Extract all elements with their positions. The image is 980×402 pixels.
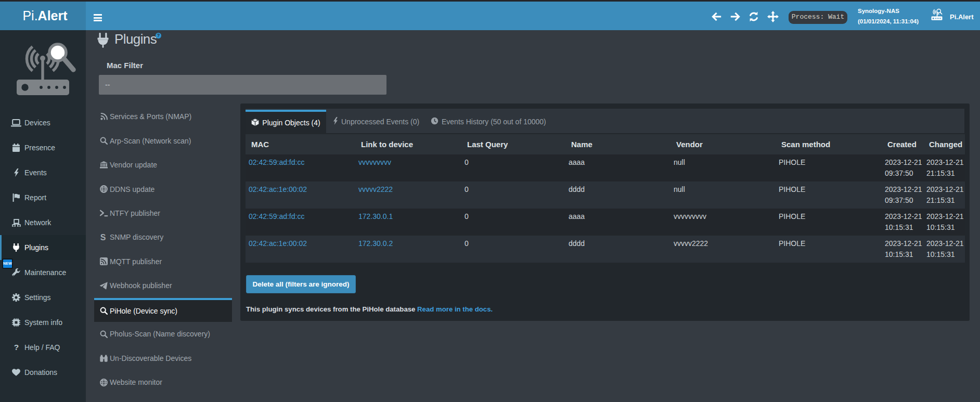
svg-text:S: S: [100, 234, 106, 241]
svg-text:?: ?: [14, 343, 18, 352]
